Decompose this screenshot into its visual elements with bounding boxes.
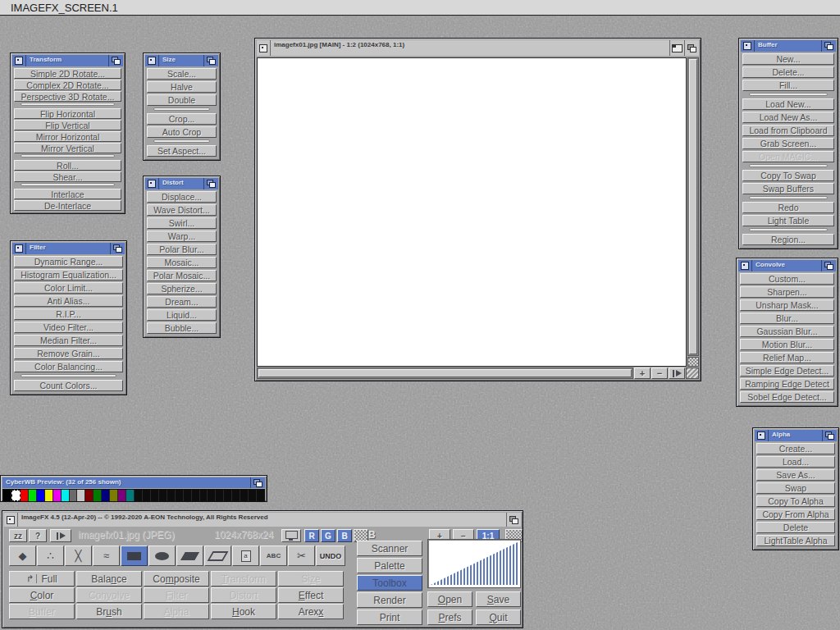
palette-swatch[interactable] [257,490,264,501]
close-button[interactable] [4,513,18,527]
new-button[interactable]: New... [742,53,834,65]
load-new-as-button[interactable]: Load New As... [742,112,834,123]
paste-brush-tool[interactable]: a [232,546,259,566]
balance-button[interactable]: Balance [76,571,142,587]
remove-grain-button[interactable]: Remove Grain... [14,348,123,359]
depth-button[interactable] [203,55,218,66]
palette-swatch[interactable] [184,490,192,501]
text-tool[interactable]: ABC [260,546,287,566]
vertical-scrollbar[interactable] [687,57,699,356]
undo-button[interactable]: UNDO [316,546,345,566]
palette-swatch[interactable] [159,490,167,501]
transform-button[interactable]: Transform [211,571,276,587]
palette-swatch[interactable] [176,490,184,501]
scale-button[interactable]: Scale... [147,68,217,80]
close-button[interactable] [755,430,769,441]
depth-button[interactable] [684,40,699,56]
palette-swatch[interactable] [62,490,70,501]
sobel-edge-detect-button[interactable]: Sobel Edge Detect... [740,391,834,403]
shear-button[interactable]: Shear... [14,171,121,182]
unsharp-mask-button[interactable]: Unsharp Mask... [740,299,834,311]
next-buffer-button[interactable] [50,529,71,542]
palette-swatch[interactable] [135,490,143,501]
relief-map-button[interactable]: Relief Map... [740,352,834,363]
depth-button[interactable] [822,430,837,441]
effect-button[interactable]: Effect [278,587,344,603]
palette-swatch[interactable] [53,490,62,501]
blur-button[interactable]: Blur... [740,313,834,324]
polar-blur-button[interactable]: Polar Blur... [147,244,217,255]
filter-panel-titlebar[interactable]: Filter [12,243,125,254]
channel-g-button[interactable]: G [321,529,336,542]
zoom-out-button[interactable]: − [651,368,668,379]
hook-button[interactable]: Hook [211,604,276,619]
copy-from-alpha-button[interactable]: Copy From Alpha [756,509,835,520]
scissors-tool[interactable]: ✂ [288,546,315,566]
motion-blur-button[interactable]: Motion Blur... [740,339,834,350]
load-new-button[interactable]: Load New... [742,98,834,110]
distort-panel-titlebar[interactable]: Distort [145,178,218,189]
toolbox-titlebar[interactable]: ImageFX 4.5 (12-Apr-20) -- © 1992-2020 A… [4,513,521,527]
swap-button[interactable]: Swap [756,482,835,494]
swirl-button[interactable]: Swirl... [147,217,217,229]
sleep-button[interactable]: zz [9,529,27,542]
de-interlace-button[interactable]: De-Interlace [14,200,121,211]
scanner-button[interactable]: Scanner [357,541,422,556]
open-button[interactable]: Open [427,591,472,607]
color-balancing-button[interactable]: Color Balancing... [14,361,123,372]
set-aspect-button[interactable]: Set Aspect... [147,145,217,157]
palette-swatch[interactable] [21,490,29,501]
simple-2d-rotate-button[interactable]: Simple 2D Rotate... [14,68,121,79]
alpha-button[interactable]: Alpha [144,604,209,619]
buffer-button[interactable]: Buffer [9,604,75,619]
color-limit-button[interactable]: Color Limit... [14,282,123,294]
zoom-in-button[interactable]: + [634,368,651,379]
mirror-vertical-button[interactable]: Mirror Vertical [14,143,121,153]
anti-alias-button[interactable]: Anti Alias... [14,295,123,307]
palette-swatch[interactable] [11,490,21,501]
alpha-panel-titlebar[interactable]: Alpha [755,430,837,441]
delete-button[interactable]: Delete... [742,66,834,78]
interlace-button[interactable]: Interlace [14,189,121,199]
flip-horizontal-button[interactable]: Flip Horizontal [14,108,121,119]
convolve-button[interactable]: Convolve [76,587,142,603]
copy-to-swap-button[interactable]: Copy To Swap [742,170,834,181]
warp-button[interactable]: Warp... [147,231,217,242]
convolve-panel-titlebar[interactable]: Convolve [738,260,836,272]
color-button[interactable]: Color [9,587,75,603]
load-button[interactable]: Load... [756,456,835,468]
grab-screen-button[interactable]: Grab Screen... [742,138,834,149]
pan-gadget-icon[interactable] [687,357,699,367]
open-magic-button[interactable]: Open MAGIC... [742,151,834,162]
palette-swatch[interactable] [29,490,37,501]
palette-button[interactable]: Palette [357,558,422,573]
region-button[interactable]: Region... [742,234,834,245]
save-button[interactable]: Save [476,591,521,607]
palette-swatch[interactable] [232,490,240,501]
size-button[interactable]: Size [278,571,344,587]
palette-window-titlebar[interactable]: CyberWB Preview: (32 of 256 shown) [2,477,265,488]
filled-polygon-tool[interactable] [176,546,203,566]
step-forward-button[interactable] [669,368,685,379]
custom-button[interactable]: Custom... [740,273,834,285]
swap-buffers-button[interactable]: Swap Buffers [742,183,834,194]
composite-button[interactable]: Composite [144,571,209,587]
palette-swatch[interactable] [216,490,224,501]
liquid-button[interactable]: Liquid... [147,309,217,321]
arexx-button[interactable]: Arexx [278,604,344,619]
full-button[interactable]: ↱Full [9,571,75,587]
palette-swatch[interactable] [167,490,176,501]
palette-swatch[interactable] [37,490,45,501]
perspective-3d-rotate-button[interactable]: Perspective 3D Rotate... [14,91,121,102]
screen-mode-button[interactable] [281,529,301,542]
image-window-titlebar[interactable]: imagefx01.jpg [MAIN] - 1:2 (1024x768, 1:… [257,40,699,56]
gaussian-blur-button[interactable]: Gaussian Blur... [740,326,834,337]
airbrush-tool[interactable]: ∴ [37,546,64,566]
palette-swatch[interactable] [118,490,126,501]
simple-edge-detect-button[interactable]: Simple Edge Detect... [740,365,834,377]
curve-tool[interactable]: ≈ [93,546,120,566]
auto-crop-button[interactable]: Auto Crop [147,126,217,138]
help-button[interactable]: ? [29,529,47,542]
quit-button[interactable]: Quit [476,609,521,625]
palette-swatch[interactable] [208,490,216,501]
